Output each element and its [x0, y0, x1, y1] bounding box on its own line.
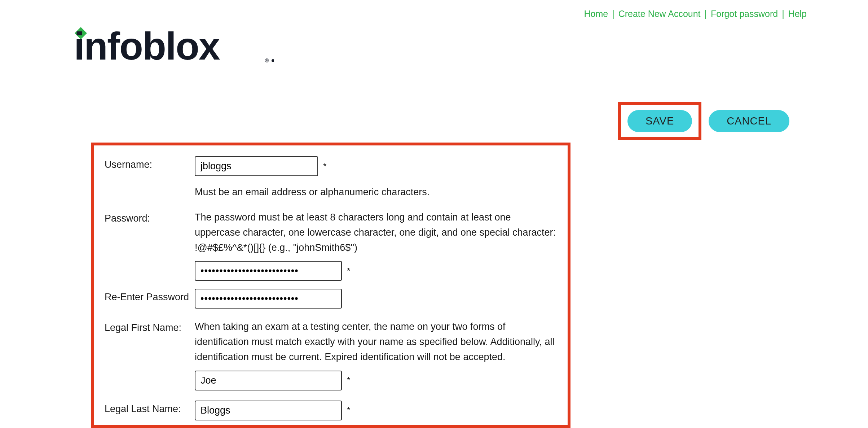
firstname-label: Legal First Name: — [105, 319, 195, 333]
firstname-row: Legal First Name: When taking an exam at… — [105, 319, 557, 390]
required-indicator: * — [347, 375, 350, 385]
infoblox-logo: infoblox ® — [74, 25, 274, 65]
username-help-text: Must be an email address or alphanumeric… — [195, 185, 557, 200]
username-input[interactable] — [195, 156, 318, 176]
nav-separator: | — [782, 9, 784, 19]
password-help-text: The password must be at least 8 characte… — [195, 210, 557, 256]
nav-home-link[interactable]: Home — [584, 9, 608, 19]
firstname-help-text: When taking an exam at a testing center,… — [195, 319, 557, 365]
form-highlight-box: Username: * Must be an email address or … — [91, 143, 570, 428]
password-row: Password: The password must be at least … — [105, 210, 557, 281]
lastname-input[interactable] — [195, 401, 342, 420]
svg-point-3 — [272, 59, 274, 62]
password-input[interactable] — [195, 261, 342, 281]
save-highlight-box: SAVE — [618, 102, 701, 140]
svg-text:®: ® — [265, 58, 269, 64]
repassword-label: Re-Enter Password — [105, 289, 195, 303]
nav-create-account-link[interactable]: Create New Account — [618, 9, 701, 19]
cancel-button[interactable]: CANCEL — [709, 110, 789, 132]
nav-separator: | — [705, 9, 707, 19]
nav-separator: | — [612, 9, 614, 19]
required-indicator: * — [323, 161, 326, 171]
username-label: Username: — [105, 156, 195, 170]
password-label: Password: — [105, 210, 195, 224]
action-bar: SAVE CANCEL — [618, 102, 789, 140]
username-row: Username: * Must be an email address or … — [105, 156, 557, 200]
required-indicator: * — [347, 405, 350, 415]
save-button[interactable]: SAVE — [627, 110, 692, 132]
nav-forgot-password-link[interactable]: Forgot password — [711, 9, 778, 19]
top-nav: Home | Create New Account | Forgot passw… — [584, 9, 807, 19]
firstname-input[interactable] — [195, 371, 342, 390]
lastname-row: Legal Last Name: * — [105, 401, 557, 420]
required-indicator: * — [347, 266, 350, 276]
svg-text:infoblox: infoblox — [74, 25, 220, 65]
repassword-row: Re-Enter Password — [105, 289, 557, 309]
repassword-input[interactable] — [195, 289, 342, 309]
nav-help-link[interactable]: Help — [788, 9, 807, 19]
lastname-label: Legal Last Name: — [105, 401, 195, 415]
